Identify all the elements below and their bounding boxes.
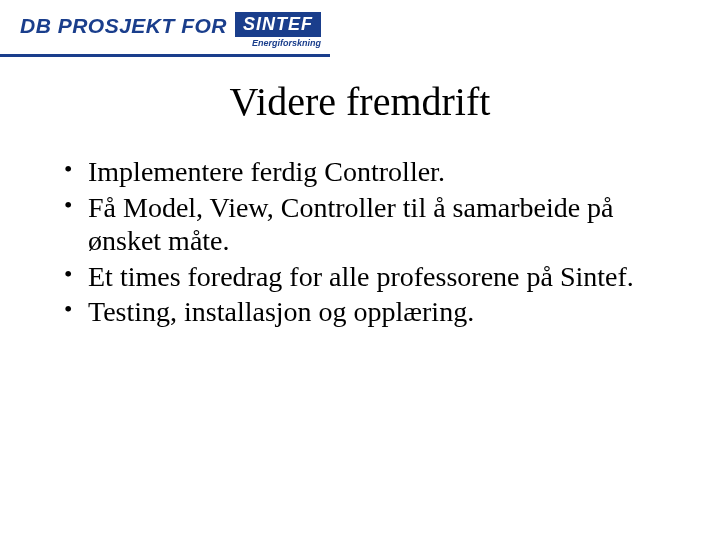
list-item: Et times foredrag for alle professorene … bbox=[60, 260, 660, 294]
slide-content: Implementere ferdig Controller. Få Model… bbox=[60, 155, 660, 331]
list-item: Få Model, View, Controller til å samarbe… bbox=[60, 191, 660, 258]
sintef-subtext: Energiforskning bbox=[252, 38, 321, 48]
header-logo: DB PROSJEKT FOR SINTEF Energiforskning bbox=[20, 14, 321, 48]
sintef-logo-block: SINTEF Energiforskning bbox=[235, 12, 321, 48]
list-item: Implementere ferdig Controller. bbox=[60, 155, 660, 189]
sintef-logo: SINTEF bbox=[235, 12, 321, 37]
slide-title: Videre fremdrift bbox=[0, 78, 720, 125]
list-item: Testing, installasjon og opplæring. bbox=[60, 295, 660, 329]
logo-left-text: DB PROSJEKT FOR bbox=[20, 14, 227, 38]
slide: DB PROSJEKT FOR SINTEF Energiforskning V… bbox=[0, 0, 720, 540]
header-divider bbox=[0, 54, 330, 57]
bullet-list: Implementere ferdig Controller. Få Model… bbox=[60, 155, 660, 329]
